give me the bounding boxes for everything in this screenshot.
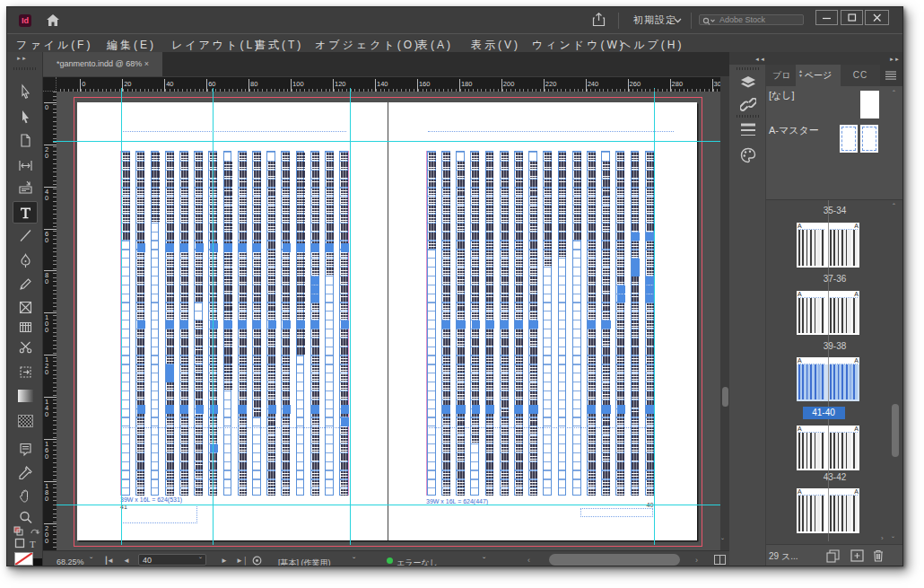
svg-text:T: T bbox=[30, 539, 36, 549]
